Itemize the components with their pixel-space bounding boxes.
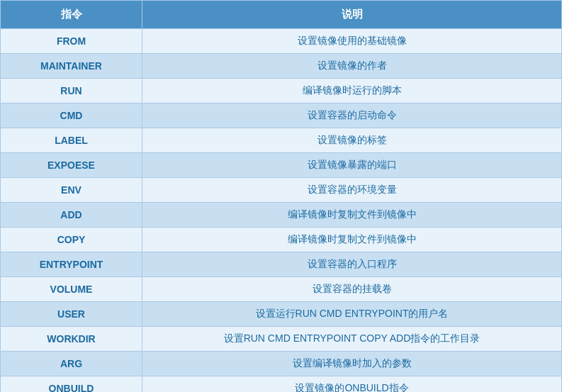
cell-command: FROM xyxy=(1,29,142,54)
cell-command: LABEL xyxy=(1,128,142,153)
table-row: ENTRYPOINT设置容器的入口程序 xyxy=(1,252,562,277)
cell-description: 设置运行RUN CMD ENTRYPOINT的用户名 xyxy=(142,302,562,327)
table-row: USER设置运行RUN CMD ENTRYPOINT的用户名 xyxy=(1,302,562,327)
cell-command: ADD xyxy=(1,203,142,228)
cell-description: 编译镜像时运行的脚本 xyxy=(142,79,562,103)
cell-description: 设置镜像暴露的端口 xyxy=(142,153,562,178)
table-row: VOLUME设置容器的挂载卷 xyxy=(1,277,562,302)
table-row: ENV设置容器的环境变量 xyxy=(1,178,562,203)
table-row: ARG设置编译镜像时加入的参数 xyxy=(1,352,562,376)
cell-description: 设置容器的启动命令 xyxy=(142,103,562,128)
cell-description: 设置镜像使用的基础镜像 xyxy=(142,29,562,54)
table-row: ONBUILD设置镜像的ONBUILD指令 xyxy=(1,376,562,393)
dockerfile-table: 指令 说明 FROM设置镜像使用的基础镜像MAINTAINER设置镜像的作者RU… xyxy=(0,0,562,392)
cell-command: EXPOESE xyxy=(1,153,142,178)
cell-command: MAINTAINER xyxy=(1,54,142,79)
cell-command: COPY xyxy=(1,228,142,252)
table-container: 指令 说明 FROM设置镜像使用的基础镜像MAINTAINER设置镜像的作者RU… xyxy=(0,0,562,392)
cell-description: 设置容器的入口程序 xyxy=(142,252,562,277)
cell-command: WORKDIR xyxy=(1,327,142,352)
table-row: RUN编译镜像时运行的脚本 xyxy=(1,79,562,103)
table-body: FROM设置镜像使用的基础镜像MAINTAINER设置镜像的作者RUN编译镜像时… xyxy=(1,29,562,393)
cell-description: 设置镜像的ONBUILD指令 xyxy=(142,376,562,393)
cell-description: 设置容器的环境变量 xyxy=(142,178,562,203)
cell-description: 设置镜像的作者 xyxy=(142,54,562,79)
table-row: ADD编译镜像时复制文件到镜像中 xyxy=(1,203,562,228)
cell-command: RUN xyxy=(1,79,142,103)
table-row: CMD设置容器的启动命令 xyxy=(1,103,562,128)
cell-description: 编译镜像时复制文件到镜像中 xyxy=(142,228,562,252)
cell-command: USER xyxy=(1,302,142,327)
table-header-row: 指令 说明 xyxy=(1,1,562,29)
cell-command: VOLUME xyxy=(1,277,142,302)
column-header-command: 指令 xyxy=(1,1,142,29)
table-row: WORKDIR设置RUN CMD ENTRYPOINT COPY ADD指令的工… xyxy=(1,327,562,352)
table-row: EXPOESE设置镜像暴露的端口 xyxy=(1,153,562,178)
cell-description: 设置编译镜像时加入的参数 xyxy=(142,352,562,376)
cell-description: 设置镜像的标签 xyxy=(142,128,562,153)
cell-command: ENV xyxy=(1,178,142,203)
cell-command: ARG xyxy=(1,352,142,376)
cell-description: 编译镜像时复制文件到镜像中 xyxy=(142,203,562,228)
cell-command: ONBUILD xyxy=(1,376,142,393)
cell-description: 设置容器的挂载卷 xyxy=(142,277,562,302)
cell-command: ENTRYPOINT xyxy=(1,252,142,277)
table-row: COPY编译镜像时复制文件到镜像中 xyxy=(1,228,562,252)
table-row: FROM设置镜像使用的基础镜像 xyxy=(1,29,562,54)
cell-command: CMD xyxy=(1,103,142,128)
table-row: LABEL设置镜像的标签 xyxy=(1,128,562,153)
cell-description: 设置RUN CMD ENTRYPOINT COPY ADD指令的工作目录 xyxy=(142,327,562,352)
table-row: MAINTAINER设置镜像的作者 xyxy=(1,54,562,79)
column-header-description: 说明 xyxy=(142,1,562,29)
